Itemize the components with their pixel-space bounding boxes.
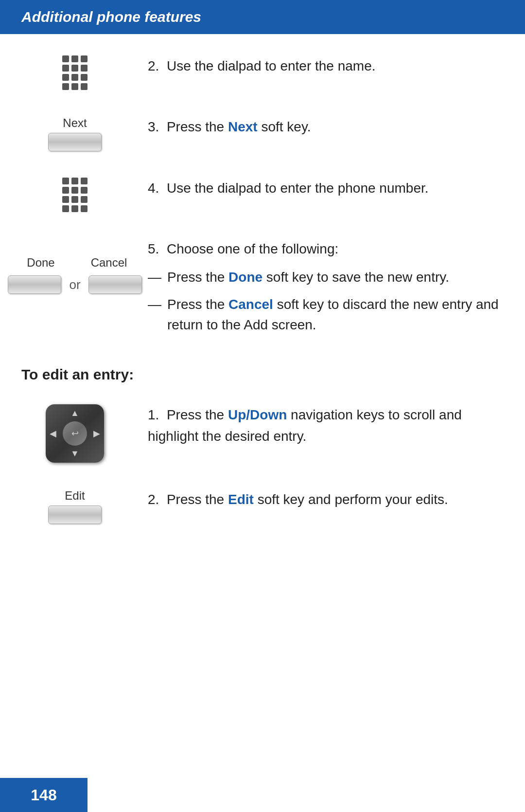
dialpad-dot <box>81 65 88 72</box>
dialpad-dot <box>71 205 78 212</box>
edit-section-heading-wrapper: To edit an entry: <box>21 366 504 383</box>
dialpad-dot <box>71 83 78 90</box>
edit-key-col: Edit <box>21 487 128 524</box>
dialpad-dot <box>81 83 88 90</box>
bullet-cancel: — Press the Cancel soft key to discard t… <box>148 294 504 335</box>
done-cancel-icon-col: Done Cancel or <box>21 236 128 294</box>
dialpad-dot <box>71 196 78 203</box>
step-5-choose: 5. Choose one of the following: <box>148 241 338 256</box>
edit-step-2-row: Edit 2. Press the Edit soft key and perf… <box>21 487 504 524</box>
edit-key-label: Edit <box>65 489 85 503</box>
dialpad-icon-col-2 <box>21 54 128 90</box>
dialpad-dot <box>62 187 69 194</box>
dpad-right-arrow: ▶ <box>93 428 100 439</box>
dialpad-dot <box>62 74 69 81</box>
dpad-icon-col: ▲ ▼ ◀ ▶ ↩ <box>21 402 128 463</box>
done-cancel-buttons: or <box>8 275 141 294</box>
dialpad-dot <box>71 178 78 184</box>
step-4-text: 4. Use the dialpad to enter the phone nu… <box>128 176 504 198</box>
dialpad-dot <box>81 205 88 212</box>
page-footer: 148 <box>0 778 88 812</box>
dialpad-icon-1 <box>62 55 88 90</box>
dialpad-dot <box>71 187 78 194</box>
step-5-text: 5. Choose one of the following: — Press … <box>128 236 504 342</box>
dpad-up-arrow: ▲ <box>70 408 79 418</box>
cancel-highlight: Cancel <box>228 297 273 312</box>
next-key-label: Next <box>63 116 87 130</box>
dialpad-dot <box>62 196 69 203</box>
step-2-instruction: 2. Use the dialpad to enter the name. <box>148 58 376 73</box>
edit-step-1-instruction: 1. Press the Up/Down navigation keys to … <box>148 407 462 443</box>
step-2-row: 2. Use the dialpad to enter the name. <box>21 54 504 90</box>
edit-step-2-instruction: 2. Press the Edit soft key and perform y… <box>148 492 448 507</box>
dialpad-dot <box>62 178 69 184</box>
done-highlight: Done <box>228 270 262 285</box>
bullet-done-text: Press the Done soft key to save the new … <box>167 267 449 288</box>
dialpad-dot <box>81 55 88 62</box>
dialpad-dot <box>71 65 78 72</box>
dpad-down-arrow: ▼ <box>70 449 79 459</box>
main-content: 2. Use the dialpad to enter the name. Ne… <box>0 54 525 597</box>
cancel-key-label: Cancel <box>82 256 136 270</box>
dialpad-icon-col-4 <box>21 176 128 212</box>
dialpad-dot <box>62 205 69 212</box>
edit-step-1-row: ▲ ▼ ◀ ▶ ↩ 1. Press the Up/Down navigatio… <box>21 402 504 463</box>
done-cancel-wrapper: Done Cancel or <box>8 256 141 294</box>
next-soft-key-button[interactable] <box>48 133 102 151</box>
dpad-icon: ▲ ▼ ◀ ▶ ↩ <box>46 404 104 463</box>
step-5-row: Done Cancel or 5. Choose one of the foll… <box>21 236 504 342</box>
dialpad-dot <box>71 55 78 62</box>
edit-step-2-text: 2. Press the Edit soft key and perform y… <box>128 487 504 510</box>
dialpad-dot <box>62 65 69 72</box>
step-3-text: 3. Press the Next soft key. <box>128 114 504 137</box>
dialpad-dot <box>81 74 88 81</box>
edit-section-heading: To edit an entry: <box>21 366 134 382</box>
page-number: 148 <box>31 786 56 804</box>
step-2-text: 2. Use the dialpad to enter the name. <box>128 54 504 76</box>
or-text: or <box>69 277 80 292</box>
step-4-row: 4. Use the dialpad to enter the phone nu… <box>21 176 504 212</box>
updown-highlight: Up/Down <box>228 407 287 422</box>
step-3-instruction: 3. Press the Next soft key. <box>148 119 311 134</box>
dialpad-dot <box>81 196 88 203</box>
dialpad-icon-2 <box>62 178 88 212</box>
step-4-instruction: 4. Use the dialpad to enter the phone nu… <box>148 180 429 196</box>
dpad-left-arrow: ◀ <box>50 428 56 439</box>
edit-soft-key-button[interactable] <box>48 505 102 524</box>
edit-step-1-text: 1. Press the Up/Down navigation keys to … <box>128 402 504 447</box>
dialpad-dot <box>62 83 69 90</box>
header-title: Additional phone features <box>21 9 201 25</box>
done-cancel-labels: Done Cancel <box>14 256 136 272</box>
next-key-col: Next <box>21 114 128 151</box>
done-key-label: Done <box>14 256 68 270</box>
step-3-row: Next 3. Press the Next soft key. <box>21 114 504 151</box>
page-header: Additional phone features <box>0 0 525 34</box>
dialpad-dot <box>81 187 88 194</box>
next-highlight: Next <box>228 119 258 134</box>
dialpad-dot <box>71 74 78 81</box>
step-5-bullets: — Press the Done soft key to save the ne… <box>148 267 504 335</box>
dpad-center-button[interactable]: ↩ <box>63 421 87 446</box>
dialpad-dot <box>81 178 88 184</box>
bullet-done: — Press the Done soft key to save the ne… <box>148 267 504 288</box>
bullet-cancel-text: Press the Cancel soft key to discard the… <box>167 294 504 335</box>
dialpad-dot <box>62 55 69 62</box>
done-soft-key-button[interactable] <box>8 275 61 294</box>
edit-highlight: Edit <box>228 492 254 507</box>
